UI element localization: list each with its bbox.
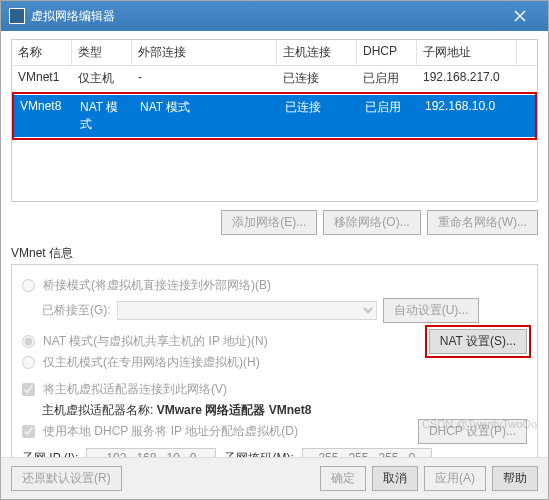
subnet-mask-label: 子网掩码(M): bbox=[224, 450, 293, 458]
bridge-to-label: 已桥接至(G): bbox=[42, 302, 111, 319]
col-dhcp: DHCP bbox=[357, 40, 417, 65]
col-subnet: 子网地址 bbox=[417, 40, 517, 65]
titlebar: 虚拟网络编辑器 bbox=[1, 1, 548, 31]
close-button[interactable] bbox=[500, 1, 540, 31]
nat-label: NAT 模式(与虚拟机共享主机的 IP 地址)(N) bbox=[43, 333, 268, 350]
help-button[interactable]: 帮助 bbox=[492, 466, 538, 491]
hostonly-radio bbox=[22, 356, 35, 369]
remove-network-button[interactable]: 移除网络(O)... bbox=[323, 210, 420, 235]
footer: 还原默认设置(R) 确定 取消 应用(A) 帮助 bbox=[1, 457, 548, 499]
bridge-radio bbox=[22, 279, 35, 292]
use-dhcp-label: 使用本地 DHCP 服务将 IP 地址分配给虚拟机(D) bbox=[43, 423, 298, 440]
connect-adapter-label: 将主机虚拟适配器连接到此网络(V) bbox=[43, 381, 227, 398]
window-title: 虚拟网络编辑器 bbox=[31, 8, 115, 25]
use-dhcp-checkbox bbox=[22, 425, 35, 438]
nat-highlight-annotation: NAT 设置(S)... bbox=[425, 325, 531, 358]
vmnet-info-group: 桥接模式(将虚拟机直接连接到外部网络)(B) 已桥接至(G): 自动设置(U).… bbox=[11, 264, 538, 457]
table-row-selected[interactable]: VMnet8 NAT 模式 NAT 模式 已连接 已启用 192.168.10.… bbox=[14, 95, 535, 137]
dhcp-settings-button[interactable]: DHCP 设置(P)... bbox=[418, 419, 527, 444]
subnet-ip-field: 192 . 168 . 10 . 0 bbox=[86, 448, 216, 457]
subnet-mask-field: 255 . 255 . 255 . 0 bbox=[302, 448, 432, 457]
table-row[interactable]: VMnet1 仅主机 - 已连接 已启用 192.168.217.0 bbox=[12, 66, 537, 91]
rename-network-button[interactable]: 重命名网络(W)... bbox=[427, 210, 538, 235]
table-header: 名称 类型 外部连接 主机连接 DHCP 子网地址 bbox=[12, 40, 537, 66]
connect-adapter-checkbox bbox=[22, 383, 35, 396]
network-table[interactable]: 名称 类型 外部连接 主机连接 DHCP 子网地址 VMnet1 仅主机 - 已… bbox=[11, 39, 538, 202]
vmnet-info-title: VMnet 信息 bbox=[11, 245, 538, 262]
hostonly-label: 仅主机模式(在专用网络内连接虚拟机)(H) bbox=[43, 354, 260, 371]
subnet-ip-label: 子网 IP (I): bbox=[22, 450, 78, 458]
col-name: 名称 bbox=[12, 40, 72, 65]
auto-settings-button: 自动设置(U)... bbox=[383, 298, 480, 323]
ok-button[interactable]: 确定 bbox=[320, 466, 366, 491]
bridge-label: 桥接模式(将虚拟机直接连接到外部网络)(B) bbox=[43, 277, 271, 294]
restore-defaults-button[interactable]: 还原默认设置(R) bbox=[11, 466, 122, 491]
bridge-select bbox=[117, 301, 377, 320]
nat-settings-button[interactable]: NAT 设置(S)... bbox=[429, 329, 527, 354]
col-ext: 外部连接 bbox=[132, 40, 277, 65]
col-host: 主机连接 bbox=[277, 40, 357, 65]
nat-radio bbox=[22, 335, 35, 348]
add-network-button[interactable]: 添加网络(E)... bbox=[221, 210, 317, 235]
adapter-name-row: 主机虚拟适配器名称: VMware 网络适配器 VMnet8 bbox=[42, 402, 527, 419]
highlight-annotation: VMnet8 NAT 模式 NAT 模式 已连接 已启用 192.168.10.… bbox=[12, 92, 537, 140]
apply-button[interactable]: 应用(A) bbox=[424, 466, 486, 491]
col-type: 类型 bbox=[72, 40, 132, 65]
cancel-button[interactable]: 取消 bbox=[372, 466, 418, 491]
app-icon bbox=[9, 8, 25, 24]
